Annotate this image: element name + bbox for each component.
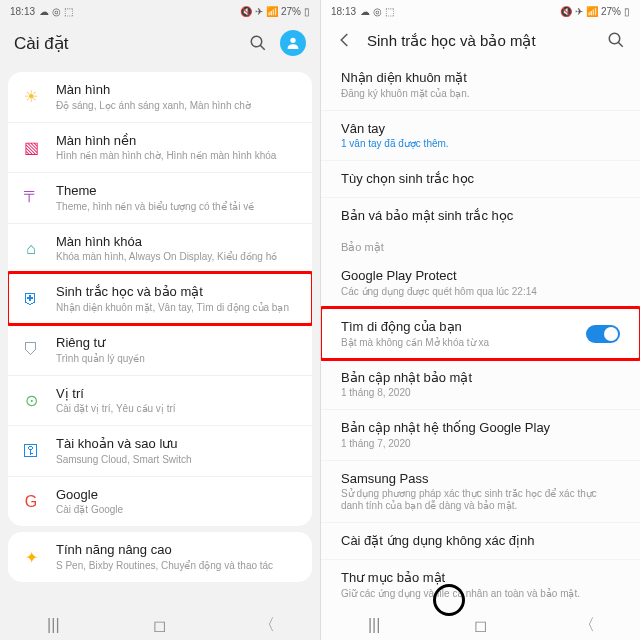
row-label: Màn hình [56, 82, 300, 98]
setting-bio-patch[interactable]: Bản vá bảo mật sinh trắc học [321, 197, 640, 234]
row-sublabel: Giữ các ứng dụng và file cá nhân an toàn… [341, 588, 620, 600]
row-sublabel: Các ứng dụng được quét hôm qua lúc 22:14 [341, 286, 620, 298]
display-icon: ☀ [20, 86, 42, 108]
row-sublabel: Đăng ký khuôn mặt của bạn. [341, 88, 620, 100]
status-time: 18:13 [331, 6, 356, 17]
status-battery: 27% [281, 6, 301, 17]
settings-row-display[interactable]: ☀Màn hìnhĐộ sáng, Lọc ánh sáng xanh, Màn… [8, 72, 312, 122]
row-label: Tính năng nâng cao [56, 542, 300, 558]
row-sublabel: Bật mà không cần Mở khóa từ xa [341, 337, 576, 349]
row-label: Nhận diện khuôn mặt [341, 70, 620, 86]
setting-samsung-pass[interactable]: Samsung PassSử dụng phương pháp xác thực… [321, 460, 640, 523]
row-label: Vị trí [56, 386, 300, 402]
row-sublabel: Samsung Cloud, Smart Switch [56, 454, 300, 466]
status-battery: 27% [601, 6, 621, 17]
row-sublabel: 1 tháng 7, 2020 [341, 438, 620, 450]
settings-row-location[interactable]: ⊙Vị tríCài đặt vị trí, Yêu cầu vị trí [8, 375, 312, 426]
setting-secure-folder[interactable]: Thư mục bảo mậtGiữ các ứng dụng và file … [321, 559, 640, 610]
svg-point-0 [251, 36, 262, 47]
row-label: Cài đặt ứng dụng không xác định [341, 533, 620, 549]
row-label: Tùy chọn sinh trắc học [341, 171, 620, 187]
location-icon: ⊙ [20, 389, 42, 411]
row-sublabel: Nhận diện khuôn mặt, Vân tay, Tìm di độn… [56, 302, 300, 314]
row-sublabel: Sử dụng phương pháp xác thực sinh trắc h… [341, 488, 620, 512]
row-label: Sinh trắc học và bảo mật [56, 284, 300, 300]
row-label: Bản cập nhật bảo mật [341, 370, 620, 386]
row-label: Bản vá bảo mật sinh trắc học [341, 208, 620, 224]
accounts-icon: ⚿ [20, 440, 42, 462]
row-sublabel: Độ sáng, Lọc ánh sáng xanh, Màn hình chờ [56, 100, 300, 112]
settings-row-accounts[interactable]: ⚿Tài khoản và sao lưuSamsung Cloud, Smar… [8, 425, 312, 476]
row-sublabel: Khóa màn hình, Always On Display, Kiểu đ… [56, 251, 300, 263]
row-sublabel: Cài đặt Google [56, 504, 300, 516]
nav-recents[interactable]: ||| [33, 616, 73, 634]
theme-icon: 〒 [20, 187, 42, 209]
toggle[interactable] [586, 325, 620, 343]
page-title: Sinh trắc học và bảo mật [367, 32, 594, 50]
row-label: Samsung Pass [341, 471, 620, 487]
subpage-header: Sinh trắc học và bảo mật [321, 22, 640, 60]
row-label: Vân tay [341, 121, 620, 137]
back-icon[interactable] [335, 30, 355, 50]
nav-back[interactable]: 〈 [567, 615, 607, 636]
row-sublabel: Cài đặt vị trí, Yêu cầu vị trí [56, 403, 300, 415]
setting-face[interactable]: Nhận diện khuôn mặtĐăng ký khuôn mặt của… [321, 60, 640, 110]
setting-play-update[interactable]: Bản cập nhật hệ thống Google Play1 tháng… [321, 409, 640, 460]
nav-home[interactable]: ◻ [140, 616, 180, 635]
row-sublabel: Trình quản lý quyền [56, 353, 300, 365]
nav-recents[interactable]: ||| [354, 616, 394, 634]
setting-find-mobile[interactable]: Tìm di động của bạnBật mà không cần Mở k… [321, 308, 640, 359]
settings-row-biometrics[interactable]: ⛨Sinh trắc học và bảo mậtNhận diện khuôn… [8, 273, 312, 324]
row-sublabel: Theme, hình nền và biểu tượng có thể tải… [56, 201, 300, 213]
row-label: Màn hình nền [56, 133, 300, 149]
row-label: Tài khoản và sao lưu [56, 436, 300, 452]
setting-unknown-apps[interactable]: Cài đặt ứng dụng không xác định [321, 522, 640, 559]
advanced-icon: ✦ [20, 546, 42, 568]
setting-bio-pref[interactable]: Tùy chọn sinh trắc học [321, 160, 640, 197]
privacy-icon: ⛉ [20, 339, 42, 361]
settings-row-lockscreen[interactable]: ⌂Màn hình khóaKhóa màn hình, Always On D… [8, 223, 312, 274]
search-icon[interactable] [606, 30, 626, 50]
search-icon[interactable] [248, 33, 268, 53]
profile-avatar[interactable] [280, 30, 306, 56]
section-header: Bảo mật [321, 233, 640, 258]
row-sublabel: 1 tháng 8, 2020 [341, 387, 620, 399]
row-label: Riêng tư [56, 335, 300, 351]
settings-row-wallpaper[interactable]: ▧Màn hình nềnHình nền màn hình chờ, Hình… [8, 122, 312, 173]
nav-bar: ||| ◻ 〈 [0, 610, 320, 640]
settings-row-theme[interactable]: 〒ThemeTheme, hình nền và biểu tượng có t… [8, 172, 312, 223]
settings-main-pane: 18:13☁ ◎ ⬚ 🔇 ✈ 📶27%▯ Cài đặt ☀Màn hìnhĐộ… [0, 0, 320, 640]
row-label: Google Play Protect [341, 268, 620, 284]
setting-sec-update[interactable]: Bản cập nhật bảo mật1 tháng 8, 2020 [321, 359, 640, 410]
page-title: Cài đặt [14, 33, 236, 54]
nav-bar: ||| ◻ 〈 [321, 610, 640, 640]
settings-row-privacy[interactable]: ⛉Riêng tưTrình quản lý quyền [8, 324, 312, 375]
row-label: Bản cập nhật hệ thống Google Play [341, 420, 620, 436]
row-label: Màn hình khóa [56, 234, 300, 250]
status-bar: 18:13☁ ◎ ⬚ 🔇 ✈ 📶27%▯ [321, 0, 640, 22]
settings-row-advanced[interactable]: ✦Tính năng nâng caoS Pen, Bixby Routines… [8, 532, 312, 582]
status-time: 18:13 [10, 6, 35, 17]
row-label: Tìm di động của bạn [341, 319, 576, 335]
setting-play-protect[interactable]: Google Play ProtectCác ứng dụng được qué… [321, 258, 640, 308]
row-sublabel: Hình nền màn hình chờ, Hình nền màn hình… [56, 150, 300, 162]
settings-row-google[interactable]: GGoogleCài đặt Google [8, 476, 312, 527]
biometrics-icon: ⛨ [20, 288, 42, 310]
row-sublabel: 1 vân tay đã được thêm. [341, 138, 620, 150]
nav-back[interactable]: 〈 [247, 615, 287, 636]
svg-point-1 [290, 38, 295, 43]
row-sublabel: S Pen, Bixby Routines, Chuyển động và th… [56, 560, 300, 572]
lockscreen-icon: ⌂ [20, 238, 42, 260]
nav-home[interactable]: ◻ [460, 616, 500, 635]
biometrics-security-pane: 18:13☁ ◎ ⬚ 🔇 ✈ 📶27%▯ Sinh trắc học và bả… [320, 0, 640, 640]
row-label: Google [56, 487, 300, 503]
settings-header: Cài đặt [0, 22, 320, 66]
row-label: Thư mục bảo mật [341, 570, 620, 586]
status-bar: 18:13☁ ◎ ⬚ 🔇 ✈ 📶27%▯ [0, 0, 320, 22]
wallpaper-icon: ▧ [20, 136, 42, 158]
svg-point-2 [609, 33, 620, 44]
row-label: Theme [56, 183, 300, 199]
google-icon: G [20, 491, 42, 513]
setting-fingerprint[interactable]: Vân tay1 vân tay đã được thêm. [321, 110, 640, 161]
